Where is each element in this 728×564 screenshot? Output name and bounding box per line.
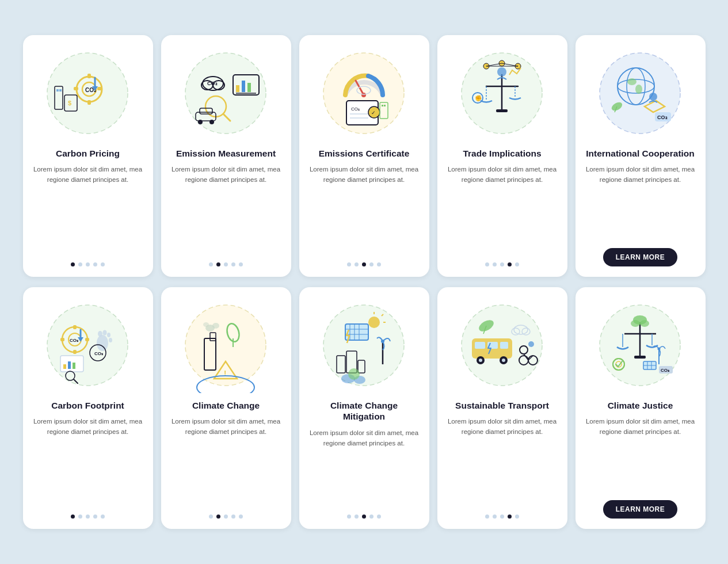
svg-text:CO₂: CO₂ [207, 81, 218, 86]
dot-2 [500, 515, 504, 519]
svg-text:✊: ✊ [475, 94, 482, 102]
trade-implications-dots [485, 262, 519, 266]
svg-text:✓: ✓ [371, 110, 376, 116]
carbon-pricing-title: Carbon Pricing [56, 148, 120, 159]
svg-rect-90 [73, 363, 75, 369]
svg-rect-76 [60, 338, 64, 341]
dot-1 [355, 262, 359, 266]
trade-implications-icon-area: ✊ [453, 44, 551, 142]
row-1: CO₂ $ Carbon P [12, 35, 716, 277]
svg-point-65 [649, 93, 657, 101]
emissions-certificate-dots [347, 262, 381, 266]
emission-measurement-body: Lorem ipsum dolor sit dim amet, mea regi… [171, 165, 281, 256]
svg-point-139 [528, 341, 534, 347]
dot-1 [493, 262, 497, 266]
international-cooperation-title: International Cooperation [586, 148, 695, 159]
climate-change-mitigation-title: Climate Change Mitigation [310, 400, 419, 422]
dot-3 [231, 262, 235, 266]
dot-4 [515, 515, 519, 519]
dot-3 [369, 262, 373, 266]
international-cooperation-body: Lorem ipsum dolor sit dim amet, mea regi… [586, 165, 695, 235]
dot-1 [493, 515, 497, 519]
dot-3 [93, 262, 97, 266]
sustainable-transport-dots [485, 515, 519, 519]
svg-rect-17 [236, 85, 239, 92]
trade-implications-title: Trade Implications [463, 148, 541, 159]
dot-3 [369, 515, 373, 519]
emission-measurement-title: Emission Measurement [176, 148, 276, 159]
climate-change-title: Climate Change [192, 400, 260, 411]
svg-rect-6 [74, 87, 78, 90]
svg-point-80 [97, 335, 108, 351]
card-international-cooperation: CO₂ International Cooperation Lorem ipsu… [575, 35, 706, 277]
card-climate-change: ! Climate Change Lorem ipsum dolor sit d… [161, 287, 291, 529]
dot-2 [224, 262, 228, 266]
dot-1 [355, 515, 359, 519]
international-cooperation-learn-btn[interactable]: LEARN MORE [603, 248, 677, 266]
card-emissions-certificate: CO₂ ✓ Emissions Certificate Lorem ipsum … [299, 35, 429, 277]
dot-0 [485, 515, 489, 519]
svg-rect-162 [634, 356, 646, 359]
card-emission-measurement: CO₂ Emission Measurement Lorem ipsum dol… [161, 35, 291, 277]
dot-2 [86, 262, 90, 266]
svg-point-64 [635, 85, 642, 94]
svg-text:CO₂: CO₂ [94, 351, 104, 356]
card-trade-implications: ✊ Trade Implications Lorem ipsum dolor s… [437, 35, 567, 277]
carbon-footprint-body: Lorem ipsum dolor sit dim amet, mea regi… [33, 417, 143, 508]
svg-point-70 [47, 305, 128, 386]
svg-rect-43 [384, 105, 386, 106]
dot-3 [231, 515, 235, 519]
svg-rect-4 [87, 74, 91, 78]
svg-rect-5 [87, 100, 91, 105]
dot-2 [362, 262, 366, 266]
sustainable-transport-icon-area [453, 296, 551, 394]
svg-rect-18 [242, 81, 245, 92]
dot-1 [216, 515, 220, 519]
card-climate-justice: CO₂ Climate Justice Lorem ipsum dolor si… [575, 287, 706, 529]
international-cooperation-icon-area: CO₂ [592, 44, 689, 142]
dot-3 [508, 515, 512, 519]
dot-0 [209, 262, 213, 266]
dot-4 [239, 515, 243, 519]
dot-1 [216, 262, 220, 266]
card-carbon-footprint: CO₂ CO₂ [23, 287, 153, 529]
carbon-pricing-dots [71, 262, 105, 266]
dot-1 [78, 262, 82, 266]
svg-point-97 [212, 323, 219, 329]
svg-point-104 [323, 305, 404, 386]
svg-point-33 [361, 93, 366, 97]
svg-text:$: $ [68, 100, 71, 106]
climate-change-dots [209, 515, 243, 519]
row-2: CO₂ CO₂ [12, 287, 716, 529]
emission-measurement-icon-area: CO₂ [177, 44, 275, 142]
sustainable-transport-body: Lorem ipsum dolor sit dim amet, mea regi… [448, 417, 557, 508]
dot-0 [485, 262, 489, 266]
svg-rect-127 [475, 342, 485, 349]
svg-point-49 [497, 67, 506, 77]
dot-4 [239, 262, 243, 266]
svg-rect-89 [68, 361, 71, 369]
card-sustainable-transport: Sustainable Transport Lorem ipsum dolor … [437, 287, 567, 529]
dot-2 [362, 515, 366, 519]
carbon-footprint-title: Carbon Footprint [51, 400, 124, 411]
svg-rect-75 [73, 350, 77, 354]
svg-point-81 [98, 331, 102, 337]
climate-justice-learn-btn[interactable]: LEARN MORE [603, 500, 677, 519]
svg-rect-88 [63, 364, 66, 369]
emission-measurement-dots [209, 262, 243, 266]
dot-2 [500, 262, 504, 266]
dot-3 [93, 515, 97, 519]
carbon-footprint-icon-area: CO₂ CO₂ [39, 296, 137, 394]
emissions-certificate-title: Emissions Certificate [319, 148, 410, 159]
dot-4 [101, 262, 105, 266]
climate-justice-title: Climate Justice [608, 400, 673, 411]
svg-text:CO₂: CO₂ [70, 338, 79, 343]
svg-text:CO₂: CO₂ [657, 115, 668, 120]
dot-4 [377, 515, 381, 519]
climate-change-mitigation-dots [347, 515, 381, 519]
svg-rect-87 [60, 356, 83, 372]
dot-4 [377, 262, 381, 266]
card-grid: CO₂ $ Carbon P [12, 35, 716, 529]
svg-point-83 [107, 333, 110, 337]
card-carbon-pricing: CO₂ $ Carbon P [23, 35, 153, 277]
